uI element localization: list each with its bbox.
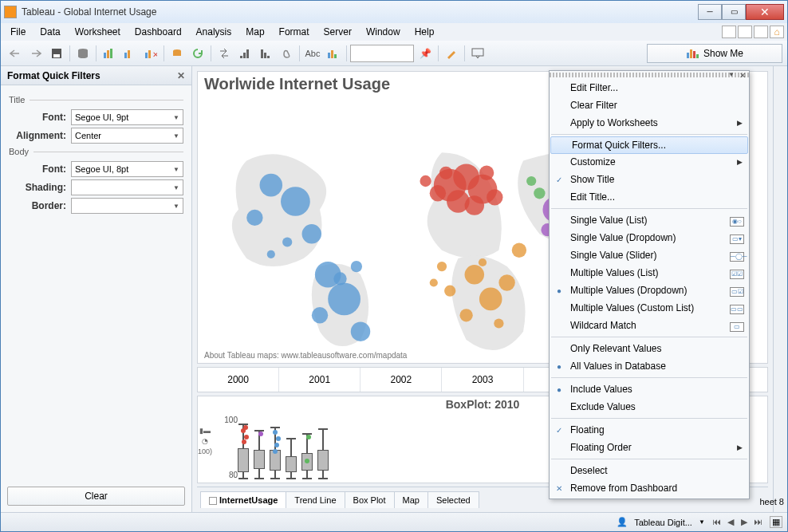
menu-include-values[interactable]: ●Include Values: [550, 380, 749, 398]
layout-toggle-1[interactable]: [722, 26, 736, 38]
svg-point-70: [479, 258, 487, 266]
menu-mv-custom[interactable]: Multiple Values (Custom List)▭▭: [550, 299, 749, 317]
menu-only-relevant[interactable]: Only Relevant Values: [550, 340, 749, 357]
svg-point-35: [312, 307, 328, 323]
menu-sv-list[interactable]: Single Value (List)◉○: [550, 211, 749, 229]
show-me-button[interactable]: Show Me: [647, 44, 782, 63]
menu-show-title[interactable]: ✓Show Title: [550, 171, 749, 188]
menu-clear-filter[interactable]: Clear Filter: [550, 97, 749, 114]
menu-dashboard[interactable]: Dashboard: [128, 25, 188, 39]
menu-data[interactable]: Data: [33, 25, 66, 39]
connect-button[interactable]: [167, 44, 187, 63]
tab-selected[interactable]: Selected: [427, 491, 479, 508]
layout-toggle-2[interactable]: [738, 26, 752, 38]
minimize-button[interactable]: ─: [698, 4, 722, 20]
save-button[interactable]: [47, 44, 66, 63]
svg-point-37: [333, 272, 346, 285]
menu-remove-dashboard[interactable]: ✕Remove from Dashboard: [550, 479, 749, 497]
menu-server[interactable]: Server: [317, 25, 358, 39]
home-icon[interactable]: ⌂: [770, 26, 784, 38]
map-credit: About Tableau maps: www.tableausoftware.…: [204, 351, 407, 360]
sort-desc-button[interactable]: [256, 44, 275, 63]
nav-first[interactable]: ⏮: [711, 517, 723, 526]
wildcard-icon: ▭: [730, 322, 744, 332]
menu-format-quick-filters[interactable]: Format Quick Filters...: [550, 136, 748, 154]
font-label-2: Font:: [9, 164, 71, 175]
title-alignment-dropdown[interactable]: Center▼: [71, 128, 183, 144]
undo-button[interactable]: [6, 44, 25, 63]
menu-sv-slider[interactable]: Single Value (Slider)─◯─: [550, 246, 749, 264]
tab-boxplot[interactable]: Box Plot: [345, 491, 395, 508]
menu-wildcard[interactable]: Wildcard Match▭: [550, 317, 749, 334]
nav-prev[interactable]: ◀: [725, 517, 736, 527]
year-2000[interactable]: 2000: [198, 368, 279, 392]
svg-point-36: [351, 321, 370, 341]
menu-format[interactable]: Format: [273, 25, 316, 39]
menu-all-db[interactable]: ●All Values in Database: [550, 357, 749, 375]
body-font-dropdown[interactable]: Segoe UI, 8pt▼: [71, 161, 183, 177]
tab-list-icon[interactable]: ▦: [770, 516, 782, 528]
label-button[interactable]: Abc: [303, 44, 322, 63]
menu-deselect[interactable]: Deselect: [550, 462, 749, 479]
swap-button[interactable]: [215, 44, 234, 63]
menu-edit-filter[interactable]: Edit Filter...: [550, 79, 749, 97]
tab-internetusage[interactable]: InternetUsage: [200, 491, 286, 508]
tab-overflow[interactable]: heet 8: [759, 497, 784, 506]
sort-asc-button[interactable]: [235, 44, 254, 63]
year-2003[interactable]: 2003: [442, 368, 523, 392]
menu-customize[interactable]: Customize▶: [550, 153, 749, 171]
svg-point-65: [498, 274, 514, 290]
menu-map[interactable]: Map: [239, 25, 270, 39]
menu-analysis[interactable]: Analysis: [190, 25, 238, 39]
alignment-label: Alignment:: [9, 130, 71, 141]
svg-rect-8: [124, 53, 127, 58]
fit-dropdown[interactable]: [350, 45, 414, 62]
nav-next[interactable]: ▶: [739, 517, 750, 527]
clear-sheet-button[interactable]: ✕: [141, 44, 160, 63]
menu-sv-dropdown[interactable]: Single Value (Dropdown)▭▾: [550, 229, 749, 246]
duplicate-sheet-button[interactable]: [120, 44, 140, 63]
redo-button[interactable]: [26, 44, 45, 63]
menu-window[interactable]: Window: [360, 25, 407, 39]
menu-mv-dropdown[interactable]: ●Multiple Values (Dropdown)▭☑: [550, 282, 749, 299]
pin-button[interactable]: 📌: [416, 44, 435, 63]
menu-edit-title[interactable]: Edit Title...: [550, 188, 749, 206]
menu-floating-order[interactable]: Floating Order▶: [550, 439, 749, 456]
datasource-button[interactable]: [73, 44, 93, 63]
present-button[interactable]: [468, 44, 487, 63]
menu-exclude-values[interactable]: Exclude Values: [550, 398, 749, 416]
menu-file[interactable]: File: [4, 25, 32, 39]
menu-floating[interactable]: ✓Floating: [550, 421, 749, 439]
nav-last[interactable]: ⏭: [752, 517, 763, 526]
svg-point-34: [328, 283, 361, 316]
title-font-dropdown[interactable]: Segoe UI, 9pt▼: [71, 109, 183, 125]
svg-point-69: [494, 318, 503, 328]
menu-help[interactable]: Help: [408, 25, 441, 39]
titlebar: Tableau - Global Internet Usage ─ ▭ ✕: [1, 1, 787, 23]
user-label[interactable]: Tableau Digit...: [634, 518, 692, 527]
menu-apply-worksheets[interactable]: Apply to Worksheets▶: [550, 114, 749, 132]
year-2001[interactable]: 2001: [279, 368, 361, 392]
layout-toggle-3[interactable]: [754, 26, 768, 38]
close-icon[interactable]: ✕: [177, 70, 185, 81]
shading-dropdown[interactable]: ▼: [71, 179, 183, 195]
check-icon: ✓: [553, 175, 565, 184]
chart-type-button[interactable]: [324, 44, 343, 63]
attach-button[interactable]: [277, 44, 296, 63]
tab-trendline[interactable]: Trend Line: [286, 491, 345, 508]
border-dropdown[interactable]: ▼: [71, 198, 183, 214]
highlight-button[interactable]: [442, 44, 461, 63]
close-button[interactable]: ✕: [746, 4, 784, 20]
year-2002[interactable]: 2002: [361, 368, 442, 392]
clear-button[interactable]: Clear: [7, 487, 185, 506]
refresh-button[interactable]: [188, 44, 207, 63]
svg-point-64: [479, 288, 502, 311]
menu-mv-list[interactable]: Multiple Values (List)☑☑: [550, 264, 749, 282]
right-sidebar-edge: [773, 66, 787, 512]
menu-grip[interactable]: ▼✕: [550, 73, 749, 77]
tab-map[interactable]: Map: [394, 491, 428, 508]
boxplot-y-axis: 100 80: [212, 412, 241, 483]
maximize-button[interactable]: ▭: [722, 4, 746, 20]
menu-worksheet[interactable]: Worksheet: [69, 25, 127, 39]
new-sheet-button[interactable]: [100, 44, 119, 63]
